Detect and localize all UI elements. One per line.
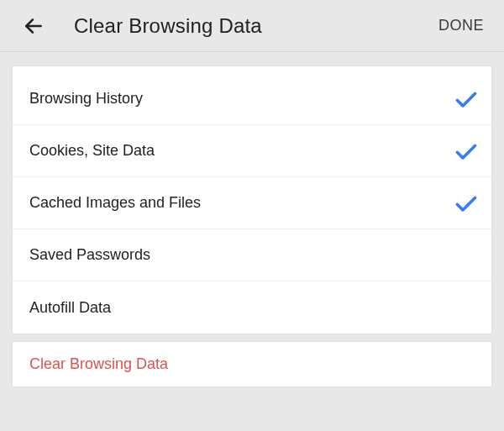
done-button[interactable]: DONE (435, 12, 487, 39)
option-label: Autofill Data (29, 299, 111, 317)
clear-data-label: Clear Browsing Data (29, 355, 168, 372)
checkbox[interactable] (451, 136, 481, 166)
option-label: Browsing History (29, 90, 143, 108)
option-label: Saved Passwords (29, 246, 150, 264)
options-list: Browsing History Cookies, Site Data Cach… (12, 66, 492, 334)
option-cached[interactable]: Cached Images and Files (13, 177, 491, 229)
checkbox[interactable] (451, 188, 481, 218)
checkmark-icon (453, 86, 480, 113)
option-label: Cookies, Site Data (29, 142, 155, 160)
checkmark-icon (453, 190, 480, 217)
checkbox[interactable] (451, 292, 481, 323)
option-label: Cached Images and Files (29, 194, 201, 212)
back-button[interactable] (20, 13, 47, 39)
arrow-back-icon (23, 15, 45, 37)
option-browsing-history[interactable]: Browsing History (13, 66, 491, 125)
clear-data-button[interactable]: Clear Browsing Data (12, 341, 492, 387)
checkmark-icon (453, 138, 480, 165)
option-cookies[interactable]: Cookies, Site Data (13, 125, 491, 177)
page-title: Clear Browsing Data (74, 14, 435, 38)
header: Clear Browsing Data DONE (0, 0, 504, 52)
option-autofill[interactable]: Autofill Data (13, 281, 491, 334)
checkbox[interactable] (451, 240, 481, 271)
option-passwords[interactable]: Saved Passwords (13, 229, 491, 281)
checkbox[interactable] (451, 84, 481, 114)
